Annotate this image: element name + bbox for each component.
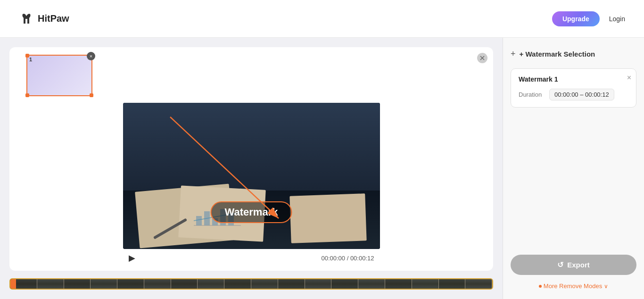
timeline-frame <box>64 279 91 289</box>
timeline-frame <box>385 279 412 289</box>
watermark-card: × Watermark 1 Duration 00:00:00 – 00:00:… <box>511 68 636 108</box>
export-label: Export <box>567 261 590 269</box>
timeline-frame <box>278 279 305 289</box>
export-button[interactable]: ↺ Export <box>511 255 636 275</box>
watermark-thumb-inner: 1 <box>27 56 91 95</box>
handle-bl[interactable] <box>25 93 29 97</box>
time-separator: / <box>347 255 350 262</box>
video-frame: Watermark <box>123 103 380 249</box>
watermark-thumbnail[interactable]: 1 × <box>26 55 92 96</box>
timeline-frame <box>224 279 251 289</box>
video-background: Watermark <box>123 103 380 249</box>
handle-tl[interactable] <box>25 54 29 58</box>
watermark-card-title: Watermark 1 <box>519 75 628 83</box>
timeline-frame <box>358 279 385 289</box>
timeline-frame <box>305 279 332 289</box>
timeline-frame <box>465 279 492 289</box>
timeline-playhead[interactable] <box>10 278 16 290</box>
time-display: 00:00:00 / 00:00:12 <box>321 255 374 262</box>
logo-text: HitPaw <box>38 13 69 24</box>
timeline-frame <box>198 279 224 289</box>
header-actions: Upgrade Login <box>552 11 625 26</box>
timeline[interactable] <box>9 278 493 290</box>
timeline-frame <box>251 279 278 289</box>
logo: HitPaw <box>19 11 69 26</box>
more-remove-modes-button[interactable]: More Remove Modes ∨ <box>511 282 636 290</box>
video-scene <box>123 103 380 249</box>
chevron-down-icon: ∨ <box>604 283 608 290</box>
timeline-frame <box>91 279 117 289</box>
video-container: 1 × <box>9 47 493 271</box>
svg-rect-2 <box>196 216 202 225</box>
timeline-frame <box>331 279 358 289</box>
video-close-button[interactable] <box>477 53 487 63</box>
orange-dot-icon <box>539 285 542 288</box>
timeline-frames <box>10 279 492 289</box>
plus-icon: + <box>511 49 516 59</box>
duration-value: 00:00:00 – 00:00:12 <box>549 89 614 100</box>
hitpaw-logo-icon <box>19 11 34 26</box>
right-panel: + + Watermark Selection × Watermark 1 Du… <box>503 38 644 299</box>
header: HitPaw Upgrade Login <box>0 0 644 38</box>
main-content: 1 × <box>0 38 644 299</box>
timeline-frame <box>37 279 64 289</box>
thumb-number: 1 <box>29 57 32 62</box>
left-panel: 1 × <box>0 38 503 299</box>
add-watermark-button[interactable]: + + Watermark Selection <box>511 47 636 61</box>
play-button[interactable]: ▶ <box>129 253 135 263</box>
current-time: 00:00:00 <box>321 255 345 262</box>
svg-point-0 <box>24 14 25 16</box>
spacer <box>511 115 636 247</box>
handle-br[interactable] <box>90 93 93 97</box>
timeline-frame <box>171 279 198 289</box>
thumb-close-button[interactable]: × <box>87 52 95 60</box>
export-icon: ↺ <box>557 260 563 269</box>
upgrade-button[interactable]: Upgrade <box>552 11 600 26</box>
timeline-frame <box>412 279 439 289</box>
watermark-card-close-button[interactable]: × <box>627 74 631 82</box>
more-modes-label: More Remove Modes <box>544 282 602 290</box>
watermark-text-label: Watermark <box>211 201 292 223</box>
timeline-frame <box>439 279 466 289</box>
watermark-selection-label: + Watermark Selection <box>520 50 595 58</box>
timeline-frame <box>144 279 171 289</box>
total-time: 00:00:12 <box>350 255 374 262</box>
timeline-frame <box>117 279 144 289</box>
video-controls: ▶ 00:00:00 / 00:00:12 <box>123 249 380 263</box>
duration-row: Duration 00:00:00 – 00:00:12 <box>519 89 628 100</box>
login-button[interactable]: Login <box>609 15 625 23</box>
duration-label: Duration <box>519 91 545 98</box>
